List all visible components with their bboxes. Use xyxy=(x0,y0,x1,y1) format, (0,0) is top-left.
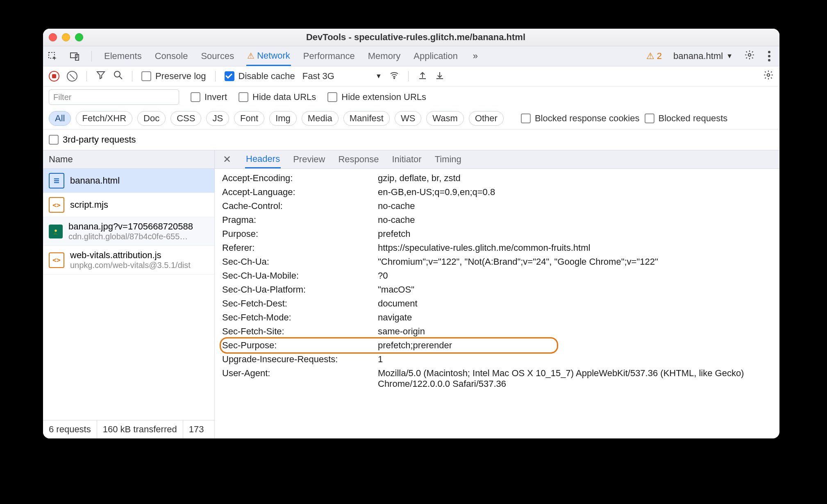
filter-toggle-button[interactable] xyxy=(96,70,106,82)
more-tabs-chevrons-icon[interactable]: » xyxy=(470,51,481,61)
header-row[interactable]: Referer:https://speculative-rules.glitch… xyxy=(222,241,779,255)
issues-badge[interactable]: ⚠ 2 xyxy=(646,51,662,61)
svg-point-11 xyxy=(55,229,57,232)
header-row[interactable]: Pragma:no-cache xyxy=(222,213,779,227)
export-har-button[interactable] xyxy=(435,70,445,82)
hide-ext-urls-checkbox[interactable]: Hide extension URLs xyxy=(327,92,426,102)
invert-checkbox[interactable]: Invert xyxy=(191,92,227,102)
preserve-log-checkbox[interactable]: Preserve log xyxy=(141,71,206,82)
tab-network[interactable]: Network xyxy=(246,47,291,66)
detail-tab-preview[interactable]: Preview xyxy=(292,151,326,168)
header-value: gzip, deflate, br, zstd xyxy=(378,173,779,184)
record-button[interactable] xyxy=(49,71,59,82)
header-row[interactable]: Cache-Control:no-cache xyxy=(222,199,779,213)
header-name: Sec-Ch-Ua-Mobile: xyxy=(222,270,378,281)
header-name: Sec-Fetch-Dest: xyxy=(222,298,378,309)
blocked-requests-checkbox[interactable]: Blocked requests xyxy=(645,113,728,124)
request-row[interactable]: banana.html xyxy=(43,169,214,193)
split-view: Name banana.html <> script.mjs banana.jp… xyxy=(43,150,779,438)
header-row[interactable]: Upgrade-Insecure-Requests:1 xyxy=(222,352,779,366)
header-row[interactable]: Accept-Language:en-GB,en-US;q=0.9,en;q=0… xyxy=(222,185,779,199)
detail-tab-timing[interactable]: Timing xyxy=(434,151,462,168)
header-name: Sec-Ch-Ua-Platform: xyxy=(222,284,378,295)
name-column-header[interactable]: Name xyxy=(43,150,214,169)
import-har-button[interactable] xyxy=(418,70,427,82)
header-name: User-Agent: xyxy=(222,368,378,389)
detail-tab-bar: ✕ Headers Preview Response Initiator Tim… xyxy=(215,150,779,169)
tab-memory[interactable]: Memory xyxy=(367,47,401,65)
main-tab-bar: Elements Console Sources Network Perform… xyxy=(43,46,779,66)
header-name: Referer: xyxy=(222,243,378,253)
header-name: Pragma: xyxy=(222,215,378,225)
detail-pane: ✕ Headers Preview Response Initiator Tim… xyxy=(215,150,779,438)
detail-tab-initiator[interactable]: Initiator xyxy=(391,151,422,168)
search-button[interactable] xyxy=(113,70,123,82)
status-resources: 173 xyxy=(183,420,210,438)
chip-img[interactable]: Img xyxy=(269,111,297,126)
chip-media[interactable]: Media xyxy=(302,111,339,126)
context-selector[interactable]: banana.html ▼ xyxy=(673,51,733,61)
titlebar: DevTools - speculative-rules.glitch.me/b… xyxy=(43,29,779,46)
filter-input[interactable]: Filter xyxy=(49,89,179,105)
close-detail-button[interactable]: ✕ xyxy=(220,154,234,165)
inspect-icon[interactable] xyxy=(47,51,58,61)
clear-button[interactable] xyxy=(67,71,77,82)
status-bar: 6 requests 160 kB transferred 173 xyxy=(43,420,214,438)
chip-other[interactable]: Other xyxy=(469,111,504,126)
chip-manifest[interactable]: Manifest xyxy=(343,111,390,126)
tab-performance[interactable]: Performance xyxy=(302,47,356,65)
chip-css[interactable]: CSS xyxy=(170,111,201,126)
close-window-button[interactable] xyxy=(49,33,57,41)
chip-js[interactable]: JS xyxy=(206,111,229,126)
zoom-window-button[interactable] xyxy=(75,33,83,41)
chip-fetch[interactable]: Fetch/XHR xyxy=(76,111,132,126)
hide-data-urls-checkbox[interactable]: Hide data URLs xyxy=(239,92,316,102)
request-row[interactable]: banana.jpg?v=1705668720588 cdn.glitch.gl… xyxy=(43,217,214,246)
device-toolbar-icon[interactable] xyxy=(69,51,80,61)
window-controls xyxy=(49,33,83,41)
header-row[interactable]: User-Agent:Mozilla/5.0 (Macintosh; Intel… xyxy=(222,366,779,391)
detail-tab-response[interactable]: Response xyxy=(337,151,379,168)
request-row[interactable]: <> script.mjs xyxy=(43,193,214,217)
header-name: Sec-Purpose: xyxy=(222,340,378,351)
header-row[interactable]: Sec-Fetch-Dest:document xyxy=(222,297,779,311)
third-party-checkbox[interactable]: 3rd-party requests xyxy=(49,134,136,145)
disable-cache-checkbox[interactable]: Disable cache xyxy=(225,71,295,82)
header-row[interactable]: Sec-Ch-Ua-Platform:"macOS" xyxy=(222,283,779,297)
header-row[interactable]: Sec-Fetch-Mode:navigate xyxy=(222,311,779,325)
header-row[interactable]: Sec-Fetch-Site:same-origin xyxy=(222,325,779,338)
third-party-row: 3rd-party requests xyxy=(43,129,779,150)
network-conditions-button[interactable] xyxy=(389,70,399,82)
header-name: Accept-Encoding: xyxy=(222,173,378,184)
header-row[interactable]: Accept-Encoding:gzip, deflate, br, zstd xyxy=(222,171,779,185)
tab-elements[interactable]: Elements xyxy=(103,47,143,65)
throttling-select[interactable]: Fast 3G ▼ xyxy=(302,71,382,82)
header-value: https://speculative-rules.glitch.me/comm… xyxy=(378,243,779,253)
chip-wasm[interactable]: Wasm xyxy=(426,111,464,126)
chip-doc[interactable]: Doc xyxy=(137,111,166,126)
tab-application[interactable]: Application xyxy=(413,47,459,65)
request-name: banana.html xyxy=(70,175,120,186)
tab-console[interactable]: Console xyxy=(154,47,189,65)
svg-point-3 xyxy=(748,54,751,57)
blocked-cookies-checkbox[interactable]: Blocked response cookies xyxy=(521,113,640,124)
minimize-window-button[interactable] xyxy=(62,33,70,41)
header-row[interactable]: Sec-Ch-Ua-Mobile:?0 xyxy=(222,269,779,283)
header-row[interactable]: Purpose:prefetch xyxy=(222,227,779,241)
header-value: prefetch;prerender xyxy=(378,340,779,351)
request-row[interactable]: <> web-vitals.attribution.js unpkg.com/w… xyxy=(43,246,214,275)
kebab-menu-icon[interactable] xyxy=(768,55,770,57)
request-name: banana.jpg?v=1705668720588 xyxy=(68,221,193,232)
chip-font[interactable]: Font xyxy=(234,111,264,126)
header-row[interactable]: Sec-Ch-Ua:"Chromium";v="122", "Not(A:Bra… xyxy=(222,255,779,269)
chip-all[interactable]: All xyxy=(49,111,71,126)
preserve-log-label: Preserve log xyxy=(155,71,206,82)
network-settings-button[interactable] xyxy=(763,70,774,83)
chip-ws[interactable]: WS xyxy=(395,111,421,126)
detail-tab-headers[interactable]: Headers xyxy=(245,151,281,168)
settings-button[interactable] xyxy=(744,50,755,63)
tab-sources[interactable]: Sources xyxy=(200,47,235,65)
headers-panel[interactable]: Accept-Encoding:gzip, deflate, br, zstdA… xyxy=(215,169,779,438)
header-row[interactable]: Sec-Purpose:prefetch;prerender xyxy=(222,338,779,352)
request-list: banana.html <> script.mjs banana.jpg?v=1… xyxy=(43,169,214,420)
